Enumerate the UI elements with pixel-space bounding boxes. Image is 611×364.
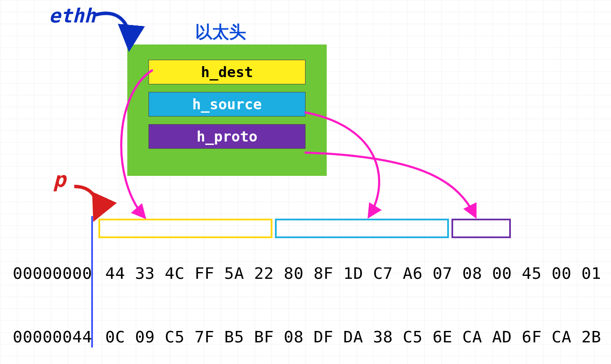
- eth-header-struct-box: h_dest h_source h_proto: [127, 44, 327, 176]
- hex-offset: 00000044: [13, 326, 98, 347]
- highlight-h-proto-bytes: [451, 219, 511, 238]
- hex-row: 00000044 0C 09 C5 7F B5 BF 08 DF DA 38 C…: [13, 326, 601, 347]
- highlight-h-source-bytes: [275, 219, 449, 238]
- hex-dump: 00000000 44 33 4C FF 5A 22 80 8F 1D C7 A…: [13, 220, 601, 364]
- field-h-dest: h_dest: [149, 60, 306, 84]
- hex-row: 00000000 44 33 4C FF 5A 22 80 8F 1D C7 A…: [13, 263, 601, 284]
- highlight-h-dest-bytes: [98, 219, 272, 238]
- field-h-source: h_source: [149, 92, 306, 117]
- hex-offset: 00000000: [13, 263, 98, 284]
- field-h-proto: h_proto: [149, 124, 306, 149]
- hex-bytes: 44 33 4C FF 5A 22 80 8F 1D C7 A6 07 08 0…: [98, 263, 601, 284]
- hex-bytes: 0C 09 C5 7F B5 BF 08 DF DA 38 C5 6E CA A…: [98, 326, 601, 347]
- eth-header-title: 以太头: [195, 20, 246, 44]
- pointer-label-ethh: ethh: [49, 4, 96, 27]
- pointer-label-p: p: [53, 167, 66, 192]
